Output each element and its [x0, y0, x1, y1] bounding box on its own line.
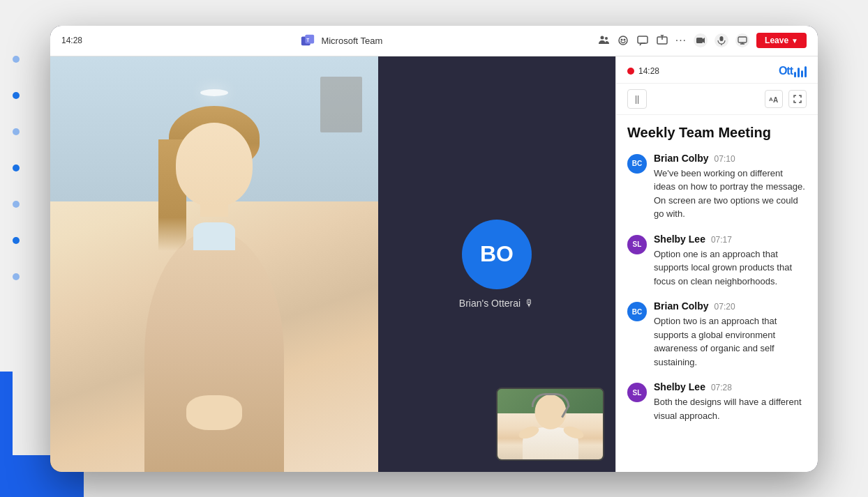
bar-4	[805, 66, 807, 77]
entry-header: Shelby Lee 07:28	[654, 381, 807, 392]
more-options-icon[interactable]: ···	[675, 34, 687, 47]
entry-header: Brian Colby 07:20	[654, 300, 807, 312]
entry-text: We've been working on different ideas on…	[654, 167, 807, 221]
dot-2	[13, 92, 20, 99]
share-icon[interactable]	[656, 34, 668, 47]
secondary-video-area: BO Brian's Otterai 🎙	[378, 56, 615, 472]
dot-3	[13, 128, 20, 135]
leave-label: Leave	[765, 36, 788, 45]
microphone-icon[interactable]	[714, 33, 728, 47]
chat-icon[interactable]	[636, 34, 649, 47]
transcript-entries: BC Brian Colby 07:10 We've been working …	[627, 153, 807, 423]
svg-point-7	[624, 39, 625, 40]
entry-body: Shelby Lee 07:28 Both the designs will h…	[654, 381, 807, 422]
entry-time: 07:10	[714, 154, 735, 164]
bar-3	[801, 70, 803, 77]
speaker-name: Brian Colby	[654, 300, 709, 312]
emoji-icon[interactable]	[617, 34, 629, 47]
transcript-content[interactable]: Weekly Team Meeting BC Brian Colby 07:10…	[616, 115, 818, 472]
svg-point-4	[605, 37, 608, 40]
svg-rect-8	[638, 36, 648, 43]
title-bar: 14:28 T Microsoft Team	[50, 26, 818, 56]
otter-bars-icon	[794, 65, 807, 77]
svg-text:T: T	[307, 38, 310, 43]
expand-icon[interactable]	[788, 90, 807, 108]
svg-point-3	[600, 36, 604, 40]
blue-accent-side	[0, 372, 13, 455]
svg-rect-12	[720, 36, 724, 41]
svg-point-6	[621, 39, 622, 40]
speaker-avatar: BC	[627, 302, 647, 321]
title-bar-icons: ··· Leave ▼	[597, 33, 807, 48]
speaker-avatar: BC	[627, 154, 647, 174]
secondary-speaker-name: Brian's Otterai 🎙	[459, 298, 534, 309]
recording-dot	[627, 68, 634, 75]
app-name: Microsoft Team	[321, 36, 382, 46]
monitor-wrapper: 14:28 T Microsoft Team	[50, 26, 818, 472]
dot-5	[13, 201, 20, 208]
title-bar-time: 14:28	[61, 36, 86, 45]
people-icon[interactable]	[597, 34, 610, 47]
dot-1	[13, 56, 20, 63]
svg-rect-11	[696, 38, 703, 43]
secondary-avatar-initials: BO	[480, 241, 514, 267]
decorative-dots	[13, 56, 20, 280]
dot-6	[13, 237, 20, 244]
speaker-name: Shelby Lee	[654, 234, 705, 245]
sidebar-ctrl-icons: AA	[765, 90, 807, 108]
teams-logo-icon: T	[300, 33, 315, 48]
entry-body: Brian Colby 07:20 Option two is an appro…	[654, 300, 807, 369]
otter-logo: Ott	[779, 65, 807, 77]
leave-chevron-icon: ▼	[791, 37, 798, 45]
transcript-entry: BC Brian Colby 07:10 We've been working …	[627, 153, 807, 221]
recording-time: 14:28	[638, 66, 659, 76]
svg-rect-14	[738, 37, 747, 43]
transcript-entry: SL Shelby Lee 07:28 Both the designs wil…	[627, 381, 807, 422]
bar-2	[798, 68, 800, 77]
secondary-avatar: BO	[462, 220, 532, 289]
text-size-icon[interactable]: AA	[765, 90, 783, 108]
sidebar-header: 14:28 Ott	[616, 56, 818, 84]
speaker-name: Brian Colby	[654, 153, 709, 164]
meeting-title: Weekly Team Meeting	[627, 123, 807, 142]
speaker-avatar: SL	[627, 235, 647, 254]
camera-icon[interactable]	[694, 33, 708, 47]
speaker-name: Shelby Lee	[654, 381, 705, 392]
thumbnail-video	[496, 388, 604, 461]
entry-time: 07:17	[711, 235, 732, 245]
entry-time: 07:20	[714, 302, 735, 312]
screen-share-icon[interactable]	[735, 33, 749, 47]
entry-header: Brian Colby 07:10	[654, 153, 807, 164]
entry-header: Shelby Lee 07:17	[654, 234, 807, 245]
speaker-avatar: SL	[627, 383, 647, 402]
entry-text: Both the designs will have a different v…	[654, 395, 807, 422]
main-speaker-video	[50, 56, 378, 472]
entry-text: Option one is an approach that supports …	[654, 247, 807, 289]
pause-button[interactable]: ||	[627, 89, 647, 109]
sidebar-controls: || AA	[616, 84, 818, 115]
sidebar-panel: 14:28 Ott	[615, 56, 818, 472]
transcript-entry: BC Brian Colby 07:20 Option two is an ap…	[627, 300, 807, 369]
main-content: BO Brian's Otterai 🎙	[50, 56, 818, 472]
video-area: BO Brian's Otterai 🎙	[50, 56, 615, 472]
entry-text: Option two is an approach that supports …	[654, 314, 807, 369]
monitor: 14:28 T Microsoft Team	[50, 26, 818, 472]
dot-7	[13, 273, 20, 280]
bar-1	[794, 72, 796, 77]
recording-indicator: 14:28	[627, 66, 659, 76]
entry-time: 07:28	[711, 383, 732, 392]
otter-text: Ott	[779, 65, 793, 77]
leave-button[interactable]: Leave ▼	[756, 33, 807, 48]
title-bar-center: T Microsoft Team	[94, 33, 589, 48]
mic-status-icon: 🎙	[525, 298, 534, 309]
entry-body: Brian Colby 07:10 We've been working on …	[654, 153, 807, 221]
dot-4	[13, 165, 20, 171]
transcript-entry: SL Shelby Lee 07:17 Option one is an app…	[627, 234, 807, 289]
entry-body: Shelby Lee 07:17 Option one is an approa…	[654, 234, 807, 289]
svg-text:A: A	[773, 96, 778, 104]
